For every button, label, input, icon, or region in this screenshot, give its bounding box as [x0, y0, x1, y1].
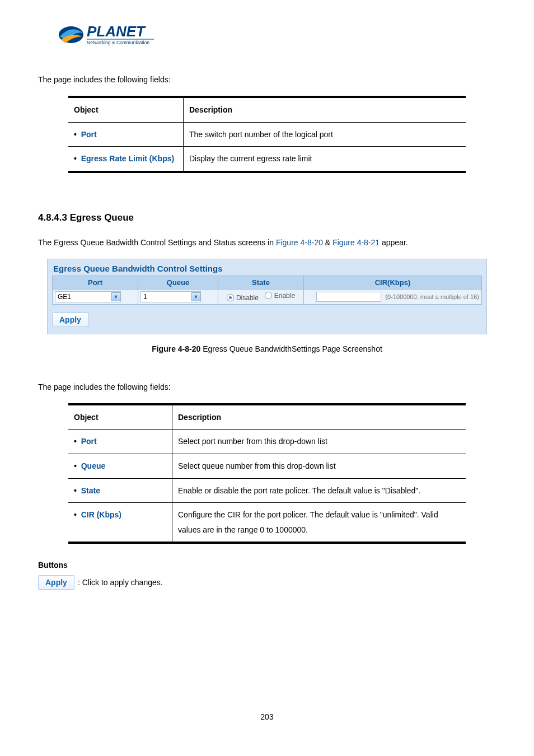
section-intro: The Egress Queue Badwidth Control Settin…	[38, 237, 496, 249]
col-state: State	[218, 276, 304, 289]
apply-button-example[interactable]: Apply	[38, 575, 74, 590]
table-row: • Queue Select queue number from this dr…	[68, 454, 466, 478]
section-heading: 4.8.4.3 Egress Queue	[38, 212, 496, 223]
svg-text:PLANET: PLANET	[87, 23, 146, 40]
table-header: Description	[172, 404, 466, 430]
table-row: • CIR (Kbps) Configure the CIR for the p…	[68, 503, 466, 543]
fields-table-2: Object Description • Port Select port nu…	[68, 403, 466, 544]
table-header: Object	[68, 404, 172, 430]
svg-text:Networking & Communication: Networking & Communication	[87, 40, 149, 45]
fields-table-1: Object Description • Port The switch por…	[68, 96, 466, 173]
apply-button[interactable]: Apply	[52, 312, 88, 327]
table-header: Object	[68, 97, 184, 122]
figure-link[interactable]: Figure 4-8-20	[276, 238, 323, 247]
col-port: Port	[53, 276, 138, 289]
figure-caption: Figure 4-8-20 Egress Queue BandwidthSett…	[38, 344, 496, 353]
figure-link[interactable]: Figure 4-8-21	[332, 238, 380, 247]
cir-input[interactable]	[316, 292, 381, 302]
table-row: • Port Select port number from this drop…	[68, 430, 466, 454]
intro-text-2: The page includes the following fields:	[38, 381, 496, 393]
state-enable-radio[interactable]: Enable	[265, 292, 295, 300]
chevron-down-icon: ▼	[191, 292, 200, 301]
planet-logo: PLANET Networking & Communication	[58, 20, 496, 52]
cir-hint: (0-1000000, must a multiple of 16)	[385, 293, 479, 300]
table-row: • Egress Rate Limit (Kbps) Display the c…	[68, 147, 466, 172]
table-row: • Port The switch port number of the log…	[68, 122, 466, 147]
intro-text-1: The page includes the following fields:	[38, 74, 496, 86]
table-header: Description	[184, 97, 466, 122]
buttons-heading: Buttons	[38, 561, 496, 570]
state-disable-radio[interactable]: Disable	[227, 294, 259, 302]
settings-screenshot: Egress Queue Bandwidth Control Settings …	[47, 259, 487, 334]
col-queue: Queue	[138, 276, 218, 289]
page-number: 203	[0, 712, 534, 721]
chevron-down-icon: ▼	[111, 292, 120, 301]
col-cir: CIR(Kbps)	[304, 276, 482, 289]
port-select[interactable]: GE1 ▼	[55, 291, 121, 302]
queue-select[interactable]: 1 ▼	[140, 291, 201, 302]
apply-description: : Click to apply changes.	[78, 578, 163, 587]
table-row: • State Enable or disable the port rate …	[68, 478, 466, 503]
screenshot-title: Egress Queue Bandwidth Control Settings	[53, 264, 482, 273]
